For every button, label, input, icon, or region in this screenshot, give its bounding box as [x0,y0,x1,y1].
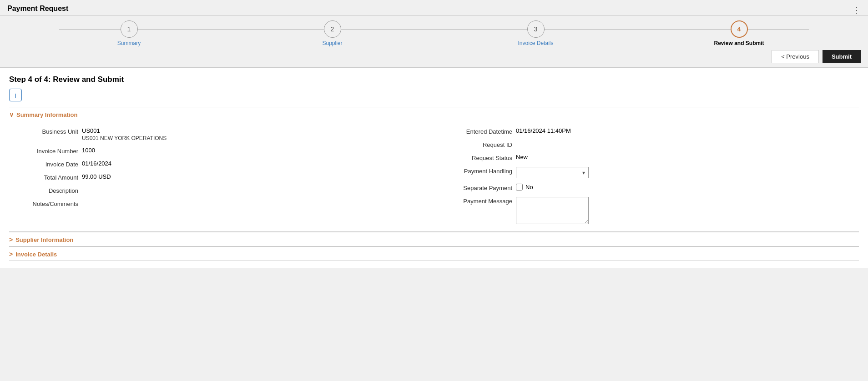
field-label-notes-comments: Notes/Comments [18,200,82,207]
field-label-invoice-number: Invoice Number [18,147,82,155]
field-label-total-amount: Total Amount [18,173,82,181]
summary-section-title: Summary Information [16,111,77,118]
summary-chevron: ∨ [9,111,14,118]
supplier-section-header[interactable]: > Supplier Information [9,232,859,246]
previous-button[interactable]: < Previous [772,50,819,63]
business-unit-value: US001 [82,127,167,134]
supplier-chevron: > [9,236,13,243]
page-header: Payment Request ⋮ [0,0,868,16]
invoice-number-value: 1000 [82,147,95,154]
summary-right-col: Entered Datetime 01/16/2024 11:40PM Requ… [434,127,859,224]
field-label-business-unit: Business Unit [18,127,82,135]
menu-icon[interactable]: ⋮ [853,5,861,15]
field-label-description: Description [18,186,82,194]
field-description: Description [18,186,425,194]
field-label-payment-handling: Payment Handling [452,167,516,175]
info-icon: i [15,91,16,99]
field-invoice-number: Invoice Number 1000 [18,147,425,155]
step-circle-1: 1 [121,20,138,38]
field-value-entered-datetime: 01/16/2024 11:40PM [516,127,571,134]
step-label-3: Invoice Details [518,40,553,46]
field-request-id: Request ID [452,140,859,148]
step-1[interactable]: 1 Summary [27,20,231,46]
invoice-date-value: 01/16/2024 [82,160,111,167]
separate-payment-label-val: No [525,184,533,190]
field-value-payment-handling [516,167,589,178]
field-value-business-unit: US001 US001 NEW YORK OPERATIONS [82,127,167,141]
field-value-payment-message [516,197,589,224]
field-request-status: Request Status New [452,154,859,161]
field-value-invoice-number: 1000 [82,147,95,154]
field-value-total-amount: 99.00 USD [82,173,111,180]
separate-payment-checkbox[interactable] [516,184,523,190]
field-value-request-status: New [516,154,528,160]
total-amount-value: 99.00 USD [82,173,111,180]
summary-section-body: Business Unit US001 US001 NEW YORK OPERA… [9,125,859,232]
step-heading: Step 4 of 4: Review and Submit [9,75,859,84]
step-label-1: Summary [117,40,141,46]
field-label-entered-datetime: Entered Datetime [452,127,516,135]
request-status-value: New [516,154,528,160]
page-title: Payment Request [7,5,68,15]
field-invoice-date: Invoice Date 01/16/2024 [18,160,425,168]
invoice-section-title: Invoice Details [15,251,57,258]
payment-message-textarea[interactable] [516,197,589,224]
field-payment-handling: Payment Handling [452,167,859,178]
separate-payment-checkbox-row: No [516,184,533,190]
invoice-section-header[interactable]: > Invoice Details [9,246,859,261]
field-total-amount: Total Amount 99.00 USD [18,173,425,181]
field-business-unit: Business Unit US001 US001 NEW YORK OPERA… [18,127,425,141]
field-label-request-id: Request ID [452,140,516,148]
field-label-payment-message: Payment Message [452,197,516,205]
step-circle-2: 2 [324,20,341,38]
stepper-area: 1 Summary 2 Supplier 3 Invoice Details 4… [0,16,868,68]
payment-handling-select[interactable] [516,167,589,178]
main-content: Step 4 of 4: Review and Submit i ∨ Summa… [0,68,868,268]
field-payment-message: Payment Message [452,197,859,224]
field-separate-payment: Separate Payment No [452,184,859,191]
field-label-request-status: Request Status [452,154,516,161]
step-circle-3: 3 [527,20,545,38]
summary-left-col: Business Unit US001 US001 NEW YORK OPERA… [9,127,425,224]
entered-datetime-value: 01/16/2024 11:40PM [516,127,571,134]
step-circle-4: 4 [731,20,748,38]
invoice-chevron: > [9,251,13,258]
step-label-2: Supplier [322,40,342,46]
field-value-separate-payment: No [516,184,533,190]
stepper-actions: < Previous Submit [0,50,868,67]
stepper: 1 Summary 2 Supplier 3 Invoice Details 4… [0,20,868,46]
step-2[interactable]: 2 Supplier [231,20,434,46]
step-4[interactable]: 4 Review and Submit [637,20,841,46]
summary-section-header[interactable]: ∨ Summary Information [9,107,859,121]
field-notes-comments: Notes/Comments [18,200,425,207]
info-button[interactable]: i [9,89,22,101]
field-label-separate-payment: Separate Payment [452,184,516,191]
field-entered-datetime: Entered Datetime 01/16/2024 11:40PM [452,127,859,135]
field-value-invoice-date: 01/16/2024 [82,160,111,167]
business-unit-sub: US001 NEW YORK OPERATIONS [82,135,167,141]
submit-button[interactable]: Submit [823,50,861,63]
payment-handling-select-wrapper [516,167,589,178]
step-label-4: Review and Submit [714,40,764,46]
step-3[interactable]: 3 Invoice Details [434,20,637,46]
field-label-invoice-date: Invoice Date [18,160,82,168]
supplier-section-title: Supplier Information [15,236,73,243]
